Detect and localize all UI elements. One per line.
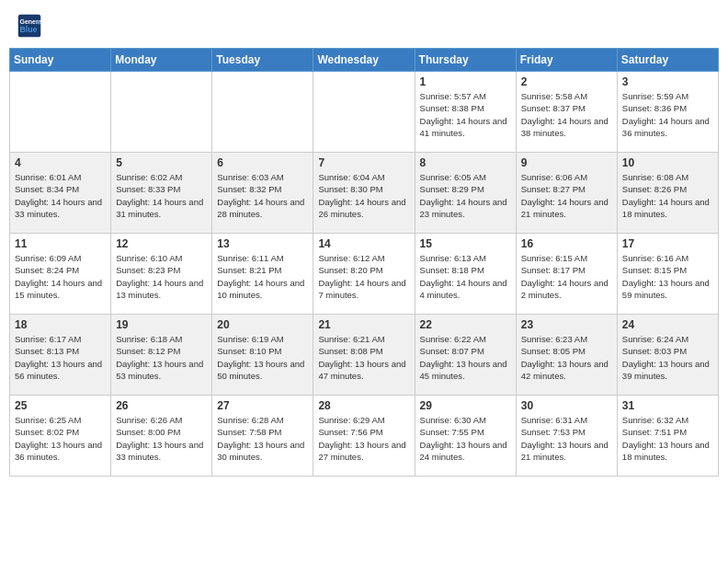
weekday-header-sunday: Sunday [10, 49, 111, 72]
weekday-header-saturday: Saturday [617, 49, 718, 72]
calendar-cell: 8Sunrise: 6:05 AM Sunset: 8:29 PM Daylig… [415, 153, 516, 234]
day-info: Sunrise: 6:16 AM Sunset: 8:15 PM Dayligh… [622, 252, 713, 301]
weekday-header-monday: Monday [111, 49, 212, 72]
day-number: 11 [15, 237, 106, 250]
day-info: Sunrise: 6:30 AM Sunset: 7:55 PM Dayligh… [420, 414, 511, 463]
day-info: Sunrise: 6:18 AM Sunset: 8:12 PM Dayligh… [116, 333, 207, 382]
day-number: 26 [116, 399, 207, 412]
day-number: 2 [521, 75, 612, 88]
calendar-cell: 12Sunrise: 6:10 AM Sunset: 8:23 PM Dayli… [111, 234, 212, 315]
calendar-cell: 11Sunrise: 6:09 AM Sunset: 8:24 PM Dayli… [10, 234, 111, 315]
day-info: Sunrise: 6:11 AM Sunset: 8:21 PM Dayligh… [217, 252, 308, 301]
day-number: 7 [318, 156, 409, 169]
calendar-cell [10, 72, 111, 153]
day-info: Sunrise: 6:13 AM Sunset: 8:18 PM Dayligh… [420, 252, 511, 301]
calendar-cell: 25Sunrise: 6:25 AM Sunset: 8:02 PM Dayli… [10, 396, 111, 477]
day-info: Sunrise: 6:08 AM Sunset: 8:26 PM Dayligh… [622, 171, 713, 220]
day-number: 8 [420, 156, 511, 169]
logo-icon: General Blue [17, 13, 42, 39]
calendar-week-row: 1Sunrise: 5:57 AM Sunset: 8:38 PM Daylig… [10, 72, 719, 153]
day-number: 20 [217, 318, 308, 331]
calendar-cell: 24Sunrise: 6:24 AM Sunset: 8:03 PM Dayli… [617, 315, 718, 396]
calendar-cell: 15Sunrise: 6:13 AM Sunset: 8:18 PM Dayli… [415, 234, 516, 315]
day-number: 12 [116, 237, 207, 250]
calendar-cell: 28Sunrise: 6:29 AM Sunset: 7:56 PM Dayli… [313, 396, 415, 477]
day-number: 16 [521, 237, 612, 250]
calendar-cell: 13Sunrise: 6:11 AM Sunset: 8:21 PM Dayli… [212, 234, 313, 315]
day-info: Sunrise: 6:02 AM Sunset: 8:33 PM Dayligh… [116, 171, 207, 220]
day-info: Sunrise: 6:15 AM Sunset: 8:17 PM Dayligh… [521, 252, 612, 301]
day-info: Sunrise: 6:28 AM Sunset: 7:58 PM Dayligh… [217, 414, 308, 463]
day-number: 19 [116, 318, 207, 331]
day-info: Sunrise: 6:04 AM Sunset: 8:30 PM Dayligh… [318, 171, 409, 220]
day-info: Sunrise: 6:23 AM Sunset: 8:05 PM Dayligh… [521, 333, 612, 382]
day-number: 14 [318, 237, 409, 250]
day-number: 27 [217, 399, 308, 412]
calendar-cell: 7Sunrise: 6:04 AM Sunset: 8:30 PM Daylig… [313, 153, 415, 234]
calendar-cell: 9Sunrise: 6:06 AM Sunset: 8:27 PM Daylig… [516, 153, 617, 234]
day-info: Sunrise: 6:19 AM Sunset: 8:10 PM Dayligh… [217, 333, 308, 382]
calendar-cell: 27Sunrise: 6:28 AM Sunset: 7:58 PM Dayli… [212, 396, 313, 477]
day-number: 5 [116, 156, 207, 169]
weekday-header-tuesday: Tuesday [212, 49, 313, 72]
day-info: Sunrise: 6:32 AM Sunset: 7:51 PM Dayligh… [622, 414, 713, 463]
day-info: Sunrise: 6:01 AM Sunset: 8:34 PM Dayligh… [15, 171, 106, 220]
calendar-cell: 3Sunrise: 5:59 AM Sunset: 8:36 PM Daylig… [617, 72, 718, 153]
calendar-cell [111, 72, 212, 153]
day-number: 30 [521, 399, 612, 412]
day-number: 25 [15, 399, 106, 412]
calendar-cell: 31Sunrise: 6:32 AM Sunset: 7:51 PM Dayli… [617, 396, 718, 477]
day-number: 3 [622, 75, 713, 88]
day-info: Sunrise: 6:21 AM Sunset: 8:08 PM Dayligh… [318, 333, 409, 382]
day-number: 13 [217, 237, 308, 250]
day-number: 4 [15, 156, 106, 169]
page-header: General Blue [9, 9, 719, 42]
day-info: Sunrise: 6:31 AM Sunset: 7:53 PM Dayligh… [521, 414, 612, 463]
calendar-cell: 20Sunrise: 6:19 AM Sunset: 8:10 PM Dayli… [212, 315, 313, 396]
day-number: 23 [521, 318, 612, 331]
calendar-cell: 10Sunrise: 6:08 AM Sunset: 8:26 PM Dayli… [617, 153, 718, 234]
calendar-cell: 14Sunrise: 6:12 AM Sunset: 8:20 PM Dayli… [313, 234, 415, 315]
weekday-header-row: SundayMondayTuesdayWednesdayThursdayFrid… [10, 49, 719, 72]
calendar-cell: 16Sunrise: 6:15 AM Sunset: 8:17 PM Dayli… [516, 234, 617, 315]
day-number: 6 [217, 156, 308, 169]
calendar-week-row: 4Sunrise: 6:01 AM Sunset: 8:34 PM Daylig… [10, 153, 719, 234]
calendar-cell: 29Sunrise: 6:30 AM Sunset: 7:55 PM Dayli… [415, 396, 516, 477]
day-info: Sunrise: 6:05 AM Sunset: 8:29 PM Dayligh… [420, 171, 511, 220]
day-info: Sunrise: 6:26 AM Sunset: 8:00 PM Dayligh… [116, 414, 207, 463]
weekday-header-wednesday: Wednesday [313, 49, 415, 72]
day-number: 21 [318, 318, 409, 331]
calendar-cell: 26Sunrise: 6:26 AM Sunset: 8:00 PM Dayli… [111, 396, 212, 477]
day-number: 9 [521, 156, 612, 169]
calendar-cell: 1Sunrise: 5:57 AM Sunset: 8:38 PM Daylig… [415, 72, 516, 153]
weekday-header-thursday: Thursday [415, 49, 516, 72]
day-number: 1 [420, 75, 511, 88]
day-info: Sunrise: 6:03 AM Sunset: 8:32 PM Dayligh… [217, 171, 308, 220]
calendar-cell: 5Sunrise: 6:02 AM Sunset: 8:33 PM Daylig… [111, 153, 212, 234]
calendar-cell: 23Sunrise: 6:23 AM Sunset: 8:05 PM Dayli… [516, 315, 617, 396]
day-info: Sunrise: 6:10 AM Sunset: 8:23 PM Dayligh… [116, 252, 207, 301]
day-number: 31 [622, 399, 713, 412]
day-number: 18 [15, 318, 106, 331]
calendar-week-row: 11Sunrise: 6:09 AM Sunset: 8:24 PM Dayli… [10, 234, 719, 315]
svg-text:Blue: Blue [20, 25, 38, 34]
calendar-cell: 30Sunrise: 6:31 AM Sunset: 7:53 PM Dayli… [516, 396, 617, 477]
day-info: Sunrise: 6:25 AM Sunset: 8:02 PM Dayligh… [15, 414, 106, 463]
calendar-cell: 19Sunrise: 6:18 AM Sunset: 8:12 PM Dayli… [111, 315, 212, 396]
day-info: Sunrise: 5:57 AM Sunset: 8:38 PM Dayligh… [420, 90, 511, 139]
calendar-cell: 21Sunrise: 6:21 AM Sunset: 8:08 PM Dayli… [313, 315, 415, 396]
day-number: 10 [622, 156, 713, 169]
calendar-cell: 2Sunrise: 5:58 AM Sunset: 8:37 PM Daylig… [516, 72, 617, 153]
day-info: Sunrise: 5:59 AM Sunset: 8:36 PM Dayligh… [622, 90, 713, 139]
day-number: 29 [420, 399, 511, 412]
calendar-cell [313, 72, 415, 153]
day-info: Sunrise: 6:24 AM Sunset: 8:03 PM Dayligh… [622, 333, 713, 382]
calendar-cell: 6Sunrise: 6:03 AM Sunset: 8:32 PM Daylig… [212, 153, 313, 234]
day-number: 28 [318, 399, 409, 412]
day-info: Sunrise: 5:58 AM Sunset: 8:37 PM Dayligh… [521, 90, 612, 139]
calendar-cell: 4Sunrise: 6:01 AM Sunset: 8:34 PM Daylig… [10, 153, 111, 234]
day-info: Sunrise: 6:12 AM Sunset: 8:20 PM Dayligh… [318, 252, 409, 301]
calendar-cell: 18Sunrise: 6:17 AM Sunset: 8:13 PM Dayli… [10, 315, 111, 396]
day-info: Sunrise: 6:09 AM Sunset: 8:24 PM Dayligh… [15, 252, 106, 301]
day-number: 24 [622, 318, 713, 331]
